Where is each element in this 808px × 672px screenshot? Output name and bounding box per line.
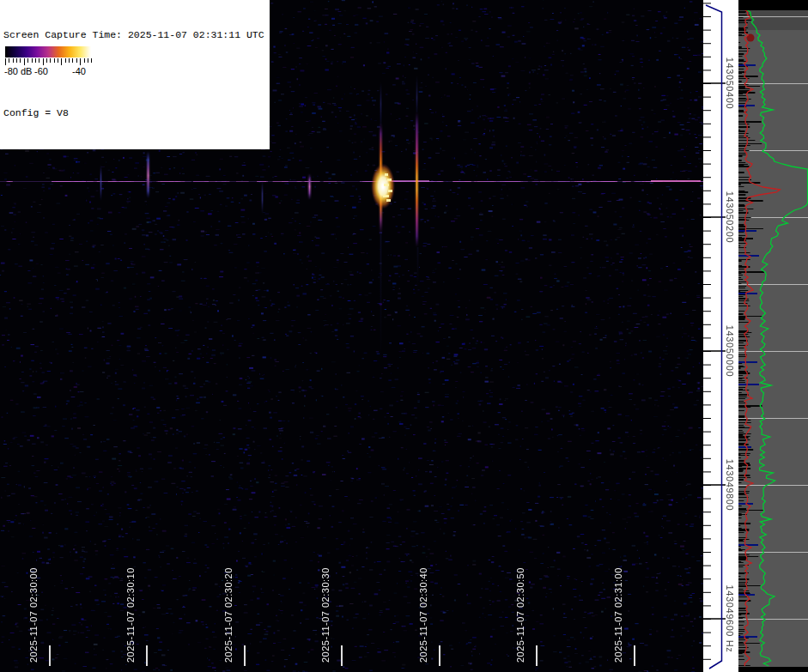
colorbar-mid-label: -60: [34, 66, 48, 76]
time-tick-label: 2025-11-07 02:30:40: [418, 567, 428, 663]
colorbar-tick-ruler: [5, 58, 92, 65]
frequency-tick-label: 143050400: [725, 58, 735, 109]
time-tick-mark: [536, 645, 538, 666]
time-tick-mark: [244, 645, 246, 666]
colorbar-min-label: -80 dB: [4, 66, 32, 76]
time-tick-mark: [49, 645, 51, 666]
frequency-tick-label: 143049800: [725, 459, 735, 511]
time-tick-label: 2025-11-07 02:30:30: [320, 567, 331, 663]
time-tick-label: 2025-11-07 02:31:00: [613, 567, 623, 663]
time-tick-mark: [634, 645, 635, 666]
frequency-tick-label: 143049600 Hz: [725, 585, 735, 653]
time-tick-label: 2025-11-07 02:30:20: [223, 567, 234, 663]
screen-capture-root: Screen Capture Time: 2025-11-07 02:31:11…: [0, 0, 808, 672]
frequency-tick-label: 143050200: [725, 191, 735, 243]
capture-time-text: Screen Capture Time: 2025-11-07 02:31:11…: [3, 28, 264, 41]
spectrum-side-panel-canvas: [738, 0, 808, 672]
capture-config-text: Config = V8: [3, 106, 264, 119]
colorbar-gradient: [5, 46, 91, 58]
time-tick-mark: [146, 645, 148, 666]
time-tick-mark: [341, 645, 343, 666]
time-tick-mark: [439, 645, 440, 666]
frequency-tick-label: 143050000: [725, 325, 735, 377]
colorbar-max-label: -40: [72, 66, 86, 76]
colorbar-labels: -80 dB -60 -40: [3, 66, 94, 78]
time-tick-label: 2025-11-07 02:30:00: [28, 567, 39, 663]
colorbar-legend: -80 dB -60 -40: [3, 44, 94, 80]
time-tick-label: 2025-11-07 02:30:10: [125, 567, 136, 663]
time-tick-label: 2025-11-07 02:30:50: [515, 567, 526, 663]
